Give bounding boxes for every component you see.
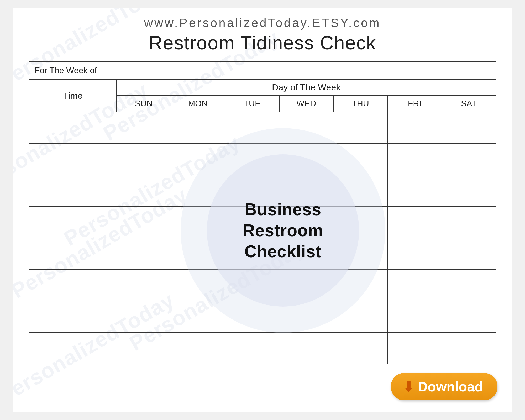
time-cell xyxy=(29,269,117,285)
cell xyxy=(171,317,225,332)
cell xyxy=(117,112,171,128)
cell xyxy=(387,222,442,238)
download-label: Download xyxy=(418,379,483,395)
cell xyxy=(442,112,496,128)
time-cell xyxy=(29,159,117,175)
download-button[interactable]: ⬇ Download xyxy=(391,373,497,400)
cell xyxy=(333,285,387,301)
cell xyxy=(117,332,171,348)
day-fri: FRI xyxy=(387,95,442,112)
cell xyxy=(279,175,333,191)
cell xyxy=(442,191,496,206)
cell xyxy=(387,285,442,301)
cell xyxy=(442,159,496,175)
cell xyxy=(117,128,171,143)
time-cell xyxy=(29,301,117,317)
cell xyxy=(333,175,387,191)
cell xyxy=(171,159,225,175)
cell xyxy=(279,254,333,269)
cell xyxy=(279,191,333,206)
checklist-table: For The Week of Time Day of The Week SUN… xyxy=(29,61,496,364)
cell xyxy=(171,269,225,285)
table-row xyxy=(29,238,496,254)
cell xyxy=(225,128,279,143)
time-cell xyxy=(29,317,117,332)
cell xyxy=(333,317,387,332)
cell xyxy=(333,238,387,254)
table-row xyxy=(29,112,496,128)
cell xyxy=(225,175,279,191)
cell xyxy=(117,348,171,364)
cell xyxy=(387,348,442,364)
cell xyxy=(387,159,442,175)
time-cell xyxy=(29,128,117,143)
cell xyxy=(279,206,333,222)
time-cell xyxy=(29,332,117,348)
cell xyxy=(442,254,496,269)
cell xyxy=(279,285,333,301)
table-row xyxy=(29,285,496,301)
time-cell xyxy=(29,143,117,159)
cell xyxy=(333,128,387,143)
cell xyxy=(279,222,333,238)
cell xyxy=(387,206,442,222)
time-cell xyxy=(29,175,117,191)
time-cell xyxy=(29,222,117,238)
cell xyxy=(171,332,225,348)
cell xyxy=(117,285,171,301)
cell xyxy=(333,301,387,317)
day-tue: TUE xyxy=(225,95,279,112)
cell xyxy=(171,175,225,191)
cell xyxy=(333,332,387,348)
cell xyxy=(279,348,333,364)
cell xyxy=(171,191,225,206)
cell xyxy=(117,175,171,191)
cell xyxy=(333,143,387,159)
cell xyxy=(333,348,387,364)
day-sun: SUN xyxy=(117,95,171,112)
cell xyxy=(117,206,171,222)
cell xyxy=(225,222,279,238)
cell xyxy=(279,238,333,254)
time-cell xyxy=(29,206,117,222)
cell xyxy=(333,254,387,269)
cell xyxy=(442,348,496,364)
table-row xyxy=(29,348,496,364)
cell xyxy=(333,206,387,222)
cell xyxy=(225,269,279,285)
cell xyxy=(171,285,225,301)
time-cell xyxy=(29,348,117,364)
cell xyxy=(442,143,496,159)
cell xyxy=(387,175,442,191)
time-cell xyxy=(29,238,117,254)
cell xyxy=(171,254,225,269)
table-row xyxy=(29,222,496,238)
cell xyxy=(387,143,442,159)
table-row xyxy=(29,191,496,206)
cell xyxy=(333,159,387,175)
cell xyxy=(387,317,442,332)
time-header: Time xyxy=(29,79,117,112)
cell xyxy=(333,112,387,128)
table-row xyxy=(29,254,496,269)
time-cell xyxy=(29,285,117,301)
table-row xyxy=(29,175,496,191)
cell xyxy=(279,143,333,159)
cell xyxy=(225,206,279,222)
cell xyxy=(117,143,171,159)
cell xyxy=(117,159,171,175)
cell xyxy=(279,112,333,128)
cell xyxy=(225,112,279,128)
cell xyxy=(117,301,171,317)
cell xyxy=(387,332,442,348)
cell xyxy=(387,191,442,206)
day-thu: THU xyxy=(333,95,387,112)
cell xyxy=(171,143,225,159)
time-cell xyxy=(29,191,117,206)
table-row xyxy=(29,301,496,317)
cell xyxy=(171,112,225,128)
cell xyxy=(117,191,171,206)
cell xyxy=(442,285,496,301)
cell xyxy=(387,254,442,269)
cell xyxy=(225,348,279,364)
